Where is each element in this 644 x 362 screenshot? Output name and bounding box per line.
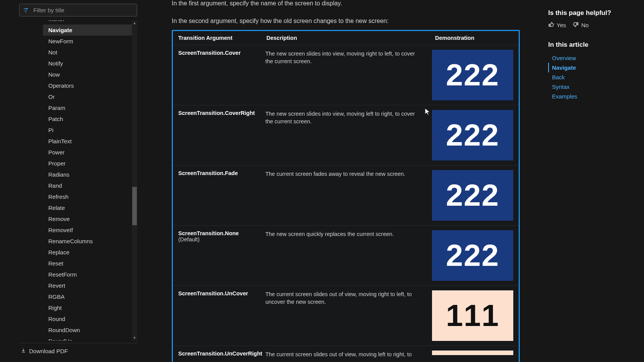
sidebar-item-or[interactable]: Or xyxy=(43,91,137,102)
toc-item-back[interactable]: Back xyxy=(548,72,636,82)
right-column: Is this page helpful? Yes No In thi xyxy=(544,0,644,362)
toc-item-navigate[interactable]: Navigate xyxy=(548,63,636,72)
transition-argument: ScreenTransition.CoverRight xyxy=(178,110,265,116)
sidebar-item-now[interactable]: Now xyxy=(43,69,137,80)
svg-point-0 xyxy=(26,8,27,9)
transition-demo: 111 xyxy=(432,290,513,341)
sidebar-item-reset[interactable]: Reset xyxy=(43,258,137,269)
helpful-yes-button[interactable]: Yes xyxy=(548,21,566,29)
sidebar-item-proper[interactable]: Proper xyxy=(43,158,137,169)
download-pdf-label: Download PDF xyxy=(29,348,68,354)
demo-tile: 222 xyxy=(432,110,513,161)
transitions-table: Transition Argument Description Demonstr… xyxy=(172,30,520,362)
sidebar-item-renamecolumns[interactable]: RenameColumns xyxy=(43,236,137,247)
transition-demo: 222 xyxy=(432,170,513,221)
sidebar-item-operators[interactable]: Operators xyxy=(43,80,137,91)
scroll-down-icon[interactable]: ▼ xyxy=(132,335,137,341)
sidebar-item-navigate[interactable]: Navigate xyxy=(43,25,137,36)
transition-argument: ScreenTransition.Cover xyxy=(178,50,265,56)
demo-tile: 111 xyxy=(432,290,513,341)
scroll-up-icon[interactable]: ▲ xyxy=(132,20,137,26)
sidebar-item-right[interactable]: Right xyxy=(43,302,137,313)
toc-item-overview[interactable]: Overview xyxy=(548,53,636,63)
sidebar-item-removeif[interactable]: RemoveIf xyxy=(43,224,137,236)
th-argument: Transition Argument xyxy=(178,35,266,41)
th-description: Description xyxy=(266,35,435,41)
sidebar-item-plaintext[interactable]: PlainText xyxy=(43,136,137,147)
transition-argument: ScreenTransition.UnCoverRight xyxy=(178,351,265,357)
transition-description: The new screen quickly replaces the curr… xyxy=(265,230,432,238)
demo-tile: 222 xyxy=(432,170,513,221)
table-row: ScreenTransition.CoverRightThe new scree… xyxy=(173,105,519,165)
transition-description: The current screen fades away to reveal … xyxy=(265,170,432,178)
transition-description: The current screen slides out of view, m… xyxy=(265,351,432,358)
table-row: ScreenTransition.UnCoverThe current scre… xyxy=(173,285,519,346)
filter-input-wrap[interactable] xyxy=(19,4,137,16)
filter-icon xyxy=(20,8,32,13)
helpful-no-label: No xyxy=(581,22,588,28)
transition-argument: ScreenTransition.None(Default) xyxy=(178,230,265,242)
transition-demo: 222 xyxy=(432,230,513,281)
thumbs-up-icon xyxy=(548,21,554,29)
sidebar-item-resetform[interactable]: ResetForm xyxy=(43,269,137,280)
download-icon xyxy=(21,348,26,354)
sidebar-item-notify[interactable]: Notify xyxy=(43,58,137,69)
transition-argument: ScreenTransition.Fade xyxy=(178,170,265,176)
sidebar-item-month[interactable]: Month xyxy=(43,20,137,25)
sidebar-item-refresh[interactable]: Refresh xyxy=(43,191,137,202)
nav-scroll-thumb[interactable] xyxy=(132,187,137,225)
thumbs-down-icon xyxy=(573,21,579,29)
intro-text-2: In the second argument, specify how the … xyxy=(172,18,529,25)
helpful-question: Is this page helpful? xyxy=(548,9,636,17)
toc-item-syntax[interactable]: Syntax xyxy=(548,82,636,92)
sidebar-item-rgba[interactable]: RGBA xyxy=(43,291,137,302)
transition-demo: 222 xyxy=(432,50,513,100)
sidebar-item-round[interactable]: Round xyxy=(43,313,137,324)
sidebar-item-patch[interactable]: Patch xyxy=(43,113,137,124)
transition-description: The current screen slides out of view, m… xyxy=(265,290,432,306)
table-row: ScreenTransition.CoverThe new screen sli… xyxy=(173,45,519,105)
transition-description: The new screen slides into view, moving … xyxy=(265,110,432,126)
toc-item-examples[interactable]: Examples xyxy=(548,92,636,101)
nav-scroll-area: MonthNavigateNewFormNotNotifyNowOperator… xyxy=(19,20,137,341)
main-content: In the first argument, specify the name … xyxy=(156,0,544,362)
sidebar-item-rounddown[interactable]: RoundDown xyxy=(43,324,137,336)
sidebar-item-relate[interactable]: Relate xyxy=(43,202,137,213)
sidebar-item-rand[interactable]: Rand xyxy=(43,180,137,191)
download-pdf-link[interactable]: Download PDF xyxy=(19,343,137,362)
demo-tile: 222 xyxy=(432,50,513,100)
sidebar-item-revert[interactable]: Revert xyxy=(43,280,137,291)
filter-input[interactable] xyxy=(32,4,137,16)
transition-demo xyxy=(432,351,513,355)
sidebar-item-pi[interactable]: Pi xyxy=(43,124,137,136)
demo-tile: 222 xyxy=(432,230,513,281)
table-row: ScreenTransition.FadeThe current screen … xyxy=(173,165,519,225)
sidebar-item-newform[interactable]: NewForm xyxy=(43,36,137,47)
demo-tile xyxy=(432,351,513,355)
sidebar-item-power[interactable]: Power xyxy=(43,147,137,158)
intro-text-1: In the first argument, specify the name … xyxy=(172,0,529,7)
sidebar-item-replace[interactable]: Replace xyxy=(43,247,137,258)
transition-description: The new screen slides into view, moving … xyxy=(265,50,432,66)
helpful-no-button[interactable]: No xyxy=(573,21,588,29)
table-row: ScreenTransition.UnCoverRightThe current… xyxy=(173,346,519,362)
sidebar-item-remove[interactable]: Remove xyxy=(43,213,137,224)
transition-demo: 222 xyxy=(432,110,513,161)
transition-argument-sub: (Default) xyxy=(178,236,265,242)
sidebar-item-radians[interactable]: Radians xyxy=(43,169,137,180)
transition-argument: ScreenTransition.UnCover xyxy=(178,290,265,296)
sidebar: MonthNavigateNewFormNotNotifyNowOperator… xyxy=(0,0,156,362)
sidebar-item-param[interactable]: Param xyxy=(43,102,137,113)
sidebar-item-roundup[interactable]: RoundUp xyxy=(43,336,137,341)
sidebar-item-not[interactable]: Not xyxy=(43,47,137,58)
in-this-article-heading: In this article xyxy=(548,41,636,49)
table-header-row: Transition Argument Description Demonstr… xyxy=(173,31,519,45)
th-demonstration: Demonstration xyxy=(435,35,513,41)
nav-scrollbar[interactable]: ▲ ▼ xyxy=(132,20,137,341)
helpful-yes-label: Yes xyxy=(557,22,566,28)
table-row: ScreenTransition.None(Default)The new sc… xyxy=(173,225,519,285)
